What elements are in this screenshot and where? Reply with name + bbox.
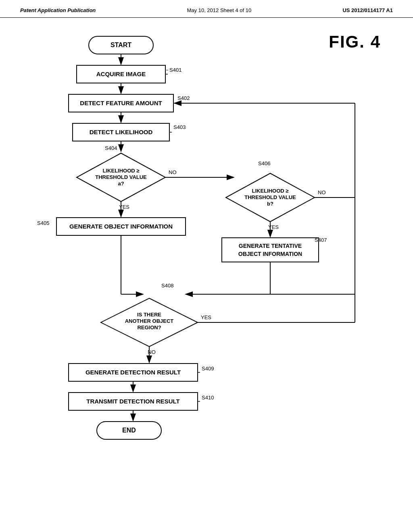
s408-yes: YES xyxy=(201,314,211,320)
s404-line1: LIKELIHOOD ≥ xyxy=(103,168,140,174)
s407-line2: OBJECT INFORMATION xyxy=(238,251,302,257)
s404-line3: a? xyxy=(118,181,124,187)
s406-line1: LIKELIHOOD ≥ xyxy=(252,188,289,194)
s404-no: NO xyxy=(169,169,177,175)
page-header: Patent Application Publication May 10, 2… xyxy=(0,0,413,18)
s406-yes: YES xyxy=(268,224,279,230)
s410-step: S410 xyxy=(202,395,214,401)
start-label: START xyxy=(111,42,131,48)
end-label: END xyxy=(122,427,136,434)
s402-step: S402 xyxy=(177,95,190,101)
s406-line2: THRESHOLD VALUE xyxy=(244,194,296,200)
page: Patent Application Publication May 10, 2… xyxy=(0,0,413,532)
s409-label: GENERATE DETECTION RESULT xyxy=(86,369,181,376)
s402-label: DETECT FEATURE AMOUNT xyxy=(80,100,162,106)
flowchart-svg: START ACQUIRE IMAGE S401 DETECT FEATURE … xyxy=(24,28,387,520)
s408-step: S408 xyxy=(161,283,173,289)
s406-step: S406 xyxy=(258,160,270,166)
s406-line3: b? xyxy=(267,201,273,207)
s406-no: NO xyxy=(318,189,326,195)
s404-line2: THRESHOLD VALUE xyxy=(95,174,147,180)
s401-step: S401 xyxy=(169,67,181,73)
s403-label: DETECT LIKELIHOOD xyxy=(90,129,153,135)
s407-line1: GENERATE TENTATIVE xyxy=(239,243,302,249)
header-patent-number: US 2012/0114177 A1 xyxy=(342,7,393,13)
header-date-sheet: May 10, 2012 Sheet 4 of 10 xyxy=(187,7,252,13)
header-publication: Patent Application Publication xyxy=(20,7,96,13)
s403-step: S403 xyxy=(173,124,186,130)
s401-label: ACQUIRE IMAGE xyxy=(96,71,146,77)
s408-line3: REGION? xyxy=(137,324,161,330)
svg-rect-17 xyxy=(222,238,319,262)
s408-line2: ANOTHER OBJECT xyxy=(125,318,174,324)
s409-step: S409 xyxy=(202,366,214,372)
s404-step: S404 xyxy=(105,145,117,151)
s404-yes: YES xyxy=(119,204,129,210)
s405-step: S405 xyxy=(37,220,49,226)
s410-label: TRANSMIT DETECTION RESULT xyxy=(86,398,179,405)
s405-label: GENERATE OBJECT INFORMATION xyxy=(69,223,173,230)
s408-line1: IS THERE xyxy=(137,312,161,318)
flowchart-diagram: START ACQUIRE IMAGE S401 DETECT FEATURE … xyxy=(24,28,387,520)
